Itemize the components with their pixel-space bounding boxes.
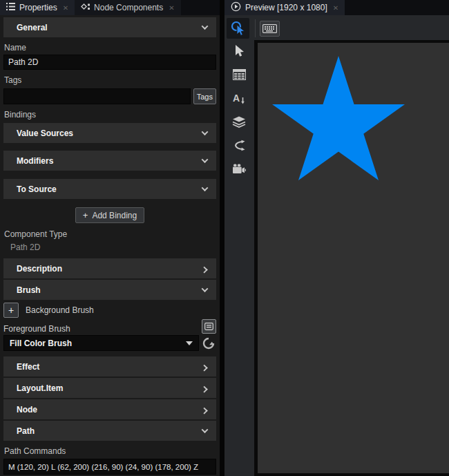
cursor-arrow-icon — [233, 45, 245, 58]
foreground-brush-label: Foreground Brush — [3, 324, 70, 334]
chevron-down-icon — [202, 426, 209, 433]
reset-to-default-button[interactable] — [201, 336, 216, 351]
reset-arrow-icon — [202, 337, 215, 350]
chevron-right-icon — [201, 386, 208, 393]
section-header-description[interactable]: Description — [3, 258, 216, 278]
properties-content: General Name Tags Tags Bindings Value So… — [0, 15, 220, 475]
name-label: Name — [4, 43, 216, 53]
foreground-brush-dropdown[interactable]: Fill Color Brush — [3, 335, 199, 351]
component-type-value: Path 2D — [10, 242, 216, 252]
tab-label: Properties — [19, 3, 57, 12]
left-tab-bar: Properties ✕ Node Components ✕ — [0, 0, 220, 15]
star-shape — [258, 43, 421, 194]
virtual-keyboard-button[interactable] — [260, 21, 280, 37]
add-background-brush-button[interactable]: + — [3, 303, 19, 318]
section-header-path[interactable]: Path — [3, 421, 216, 441]
path-commands-label: Path Commands — [4, 446, 216, 456]
preview-viewport[interactable] — [254, 40, 449, 476]
bindings-label: Bindings — [4, 110, 216, 120]
component-type-label: Component Type — [4, 229, 216, 239]
tags-input[interactable] — [3, 88, 191, 104]
keyboard-icon — [262, 24, 277, 33]
background-brush-row: + Background Brush — [3, 303, 216, 318]
chevron-right-icon — [201, 408, 208, 415]
section-header-general[interactable]: General — [3, 17, 216, 37]
table-grid-icon — [233, 69, 246, 80]
close-icon[interactable]: ✕ — [169, 4, 174, 12]
section-header-modifiers[interactable]: Modifiers — [3, 151, 216, 171]
connections-tool-button[interactable] — [230, 136, 248, 154]
dropdown-caret-icon — [186, 341, 193, 345]
foreground-brush-dropdown-row: Fill Color Brush — [3, 335, 216, 351]
chevron-right-icon — [201, 365, 208, 372]
toolbar-separator — [255, 19, 256, 37]
add-binding-button[interactable]: + Add Binding — [75, 207, 144, 223]
section-header-to-source[interactable]: To Source — [3, 179, 216, 199]
tags-row: Tags — [3, 88, 216, 104]
branch-arrows-icon — [233, 140, 246, 151]
layers-tool-button[interactable] — [230, 113, 248, 131]
tab-node-components[interactable]: Node Components ✕ — [75, 0, 180, 15]
camera-tool-button[interactable] — [230, 160, 248, 178]
plus-icon: + — [83, 210, 88, 220]
close-icon[interactable]: ✕ — [333, 4, 338, 12]
close-icon[interactable]: ✕ — [63, 4, 68, 12]
video-camera-icon — [232, 164, 246, 174]
tab-label: Node Components — [94, 3, 163, 12]
section-header-effect[interactable]: Effect — [3, 356, 216, 377]
editor-panel-icon — [204, 323, 213, 330]
open-brush-editor-button[interactable] — [202, 319, 216, 334]
select-tool-button[interactable] — [230, 42, 248, 60]
chevron-down-icon — [202, 285, 209, 292]
svg-text:A: A — [233, 93, 240, 104]
name-input[interactable] — [3, 55, 216, 70]
node-components-icon — [81, 3, 90, 13]
background-brush-label: Background Brush — [26, 305, 94, 315]
preview-canvas[interactable] — [258, 43, 449, 473]
tags-label: Tags — [4, 75, 216, 85]
interact-tool-button[interactable] — [227, 18, 249, 39]
play-circle-icon — [231, 1, 241, 14]
chevron-down-icon — [202, 184, 209, 191]
text-tool-button[interactable]: A — [230, 89, 248, 107]
tags-button[interactable]: Tags — [193, 88, 216, 104]
chevron-right-icon — [201, 267, 208, 274]
section-header-brush[interactable]: Brush — [3, 280, 216, 300]
foreground-brush-row: Foreground Brush — [3, 319, 216, 334]
panel-divider[interactable] — [220, 0, 224, 476]
chevron-down-icon — [202, 128, 209, 135]
grid-tool-button[interactable] — [230, 66, 248, 84]
chevron-down-icon — [202, 156, 209, 163]
tab-preview[interactable]: Preview [1920 x 1080] ✕ — [224, 0, 345, 15]
properties-panel: Properties ✕ Node Components ✕ General N… — [0, 0, 220, 476]
tab-label: Preview [1920 x 1080] — [245, 3, 327, 12]
section-header-value-sources[interactable]: Value Sources — [3, 123, 216, 143]
preview-panel: Preview [1920 x 1080] ✕ — [224, 0, 449, 476]
preview-tab-bar: Preview [1920 x 1080] ✕ — [224, 0, 449, 15]
text-tool-icon: A — [233, 93, 246, 104]
section-header-node[interactable]: Node — [3, 399, 216, 419]
properties-list-icon — [6, 3, 15, 12]
layers-icon — [232, 116, 246, 128]
star-polygon — [272, 56, 405, 180]
dropdown-value: Fill Color Brush — [10, 339, 72, 348]
interact-cursor-icon — [230, 20, 247, 37]
path-commands-input[interactable] — [3, 459, 216, 475]
chevron-down-icon — [202, 23, 209, 30]
section-header-layout-item[interactable]: Layout.Item — [3, 378, 216, 398]
tab-properties[interactable]: Properties ✕ — [0, 0, 75, 15]
app-window: Properties ✕ Node Components ✕ General N… — [0, 0, 449, 476]
